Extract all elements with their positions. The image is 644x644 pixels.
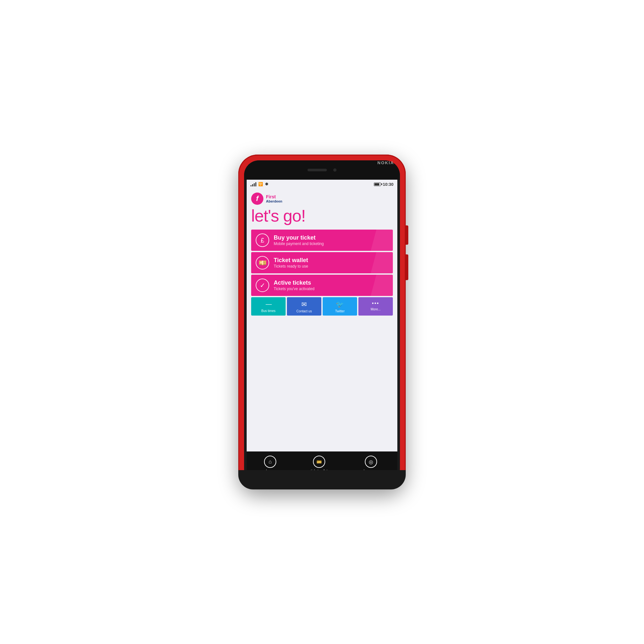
phone-bottom xyxy=(238,470,406,489)
logo-icon: f xyxy=(251,193,263,205)
twitter-tile[interactable]: 🐦 Twitter xyxy=(323,297,357,316)
ticket-wallet-icon: 💴 xyxy=(256,256,269,270)
logo-first-label: First xyxy=(266,194,282,199)
logo-area: f First Aberdeen xyxy=(251,193,393,205)
more-tile[interactable]: ••• More... xyxy=(358,297,393,316)
status-time: 10:30 xyxy=(383,182,393,187)
camera xyxy=(333,168,336,172)
active-tickets-icon: ✓ xyxy=(256,279,269,292)
nav-ticket-wallet-icon: 🎫 xyxy=(313,456,325,468)
menu-buttons: £ Buy your ticket Mobile payment and tic… xyxy=(251,230,393,296)
status-left: 🛜 ✱ xyxy=(251,182,268,186)
active-tickets-button[interactable]: ✓ Active tickets Tickets you've activate… xyxy=(251,275,393,296)
twitter-label: Twitter xyxy=(335,309,345,313)
app-tagline: let's go! xyxy=(251,207,393,225)
battery-fill xyxy=(374,183,379,185)
ticket-wallet-text: Ticket wallet Tickets ready to use xyxy=(274,257,308,269)
active-tickets-title: Active tickets xyxy=(274,279,315,287)
status-right: 10:30 xyxy=(374,182,393,187)
buy-ticket-title: Buy your ticket xyxy=(274,234,324,241)
screen: 🛜 ✱ 10:30 f First xyxy=(247,179,397,451)
buy-ticket-text: Buy your ticket Mobile payment and ticke… xyxy=(274,234,324,246)
bus-times-tile[interactable]: ⸻ Bus times xyxy=(251,297,286,316)
bluetooth-icon: ✱ xyxy=(265,182,268,186)
contact-us-icon: ✉ xyxy=(301,300,307,308)
nav-change-area-icon: ◎ xyxy=(365,456,377,468)
logo-text: First Aberdeen xyxy=(266,194,282,203)
buy-ticket-button[interactable]: £ Buy your ticket Mobile payment and tic… xyxy=(251,230,393,251)
phone-inner: 🛜 ✱ 10:30 f First xyxy=(244,160,400,484)
ticket-wallet-title: Ticket wallet xyxy=(274,257,308,264)
home-icon: ⌂ xyxy=(264,456,276,468)
buy-ticket-subtitle: Mobile payment and ticketing xyxy=(274,241,324,246)
buy-ticket-icon: £ xyxy=(256,233,269,247)
contact-us-label: Contact us xyxy=(297,309,312,313)
active-tickets-subtitle: Tickets you've activated xyxy=(274,287,315,291)
contact-us-tile[interactable]: ✉ Contact us xyxy=(287,297,321,316)
ticket-wallet-button[interactable]: 💴 Ticket wallet Tickets ready to use xyxy=(251,252,393,273)
wifi-icon: 🛜 xyxy=(258,182,263,186)
ticket-wallet-subtitle: Tickets ready to use xyxy=(274,264,308,269)
nokia-brand-label: NOKIA xyxy=(377,160,394,165)
logo-letter: f xyxy=(256,195,258,202)
more-label: More... xyxy=(371,308,381,311)
app-content: f First Aberdeen let's go! £ Buy your ti… xyxy=(247,189,397,316)
phone-top-bar xyxy=(244,160,400,180)
bus-times-icon: ⸻ xyxy=(265,300,272,308)
bottom-tiles: ⸻ Bus times ✉ Contact us 🐦 Twitter ••• M… xyxy=(251,297,393,316)
signal-icon xyxy=(251,182,256,186)
battery-icon xyxy=(374,183,381,186)
phone-device: NOKIA 🛜 ✱ xyxy=(238,155,406,489)
logo-area-label: Aberdeen xyxy=(266,199,282,203)
more-icon: ••• xyxy=(372,300,379,306)
status-bar: 🛜 ✱ 10:30 xyxy=(247,179,397,189)
twitter-icon: 🐦 xyxy=(336,300,344,308)
speaker xyxy=(308,169,327,171)
active-tickets-text: Active tickets Tickets you've activated xyxy=(274,279,315,291)
bus-times-label: Bus times xyxy=(261,309,276,313)
